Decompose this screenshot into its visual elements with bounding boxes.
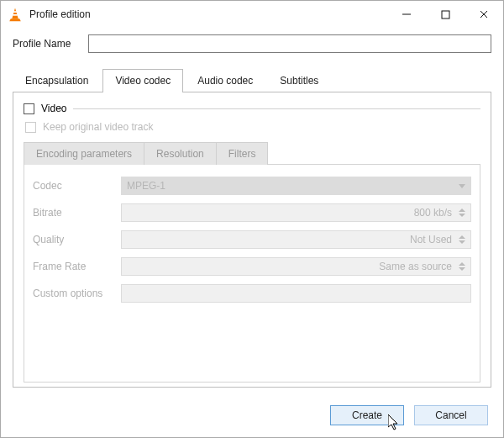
spinner-icon <box>459 262 465 271</box>
svg-rect-2 <box>13 14 18 16</box>
profile-name-row: Profile Name <box>13 34 491 53</box>
quality-value: Not Used <box>410 234 452 245</box>
svg-line-6 <box>480 11 487 18</box>
frame-rate-label: Frame Rate <box>33 261 121 272</box>
keep-original-row: Keep original video track <box>24 121 480 133</box>
bitrate-label: Bitrate <box>33 207 121 219</box>
video-group-header: Video <box>24 103 480 114</box>
video-checkbox[interactable] <box>24 103 34 114</box>
svg-marker-8 <box>388 414 397 430</box>
keep-original-checkbox[interactable] <box>25 122 36 133</box>
subpanel-encoding-parameters: Codec MPEG-1 Bitrate 800 kb/s Quality No… <box>24 164 480 383</box>
keep-original-label: Keep original video track <box>43 121 153 133</box>
subtab-encoding-parameters[interactable]: Encoding parameters <box>24 142 144 165</box>
codec-label: Codec <box>33 180 121 192</box>
svg-marker-3 <box>9 18 21 21</box>
chevron-down-icon <box>459 184 465 188</box>
custom-options-input[interactable] <box>121 284 471 303</box>
frame-rate-row: Frame Rate Same as source <box>33 257 471 276</box>
main-tabstrip: Encapsulation Video codec Audio codec Su… <box>13 68 491 92</box>
custom-options-label: Custom options <box>33 288 121 299</box>
window-controls <box>387 1 503 28</box>
close-button[interactable] <box>465 1 503 28</box>
tab-subtitles[interactable]: Subtitles <box>267 69 331 92</box>
svg-marker-0 <box>12 8 18 19</box>
tab-encapsulation[interactable]: Encapsulation <box>13 69 101 92</box>
tab-panel-video-codec: Video Keep original video track Encoding… <box>13 92 491 388</box>
frame-rate-spinner[interactable]: Same as source <box>121 257 471 276</box>
maximize-button[interactable] <box>426 1 465 28</box>
subtab-resolution[interactable]: Resolution <box>144 142 217 165</box>
spinner-icon <box>459 235 465 244</box>
app-icon <box>8 7 23 22</box>
titlebar: Profile edition <box>1 1 503 28</box>
video-group-label: Video <box>41 103 66 114</box>
bitrate-row: Bitrate 800 kb/s <box>33 203 471 222</box>
window-title: Profile edition <box>29 8 91 20</box>
subtab-filters[interactable]: Filters <box>217 142 269 165</box>
codec-dropdown[interactable]: MPEG-1 <box>121 177 471 195</box>
codec-row: Codec MPEG-1 <box>33 177 471 195</box>
profile-name-label: Profile Name <box>13 38 88 50</box>
tab-video-codec[interactable]: Video codec <box>102 69 183 92</box>
quality-row: Quality Not Used <box>33 230 471 249</box>
quality-spinner[interactable]: Not Used <box>121 230 471 249</box>
codec-value: MPEG-1 <box>127 180 165 192</box>
bitrate-spinner[interactable]: 800 kb/s <box>121 203 471 222</box>
minimize-button[interactable] <box>387 1 426 28</box>
svg-line-7 <box>480 11 487 18</box>
svg-rect-1 <box>13 11 17 13</box>
profile-name-input[interactable] <box>88 34 491 53</box>
dialog-footer: Create Cancel <box>330 405 488 425</box>
quality-label: Quality <box>33 234 121 245</box>
video-subtabstrip: Encoding parameters Resolution Filters <box>24 141 480 164</box>
custom-options-row: Custom options <box>33 284 471 303</box>
separator <box>73 108 480 109</box>
bitrate-value: 800 kb/s <box>414 207 452 219</box>
frame-rate-value: Same as source <box>379 261 452 272</box>
tab-audio-codec[interactable]: Audio codec <box>185 69 265 92</box>
svg-rect-5 <box>442 11 449 18</box>
cancel-button[interactable]: Cancel <box>414 405 488 425</box>
spinner-icon <box>459 208 465 217</box>
